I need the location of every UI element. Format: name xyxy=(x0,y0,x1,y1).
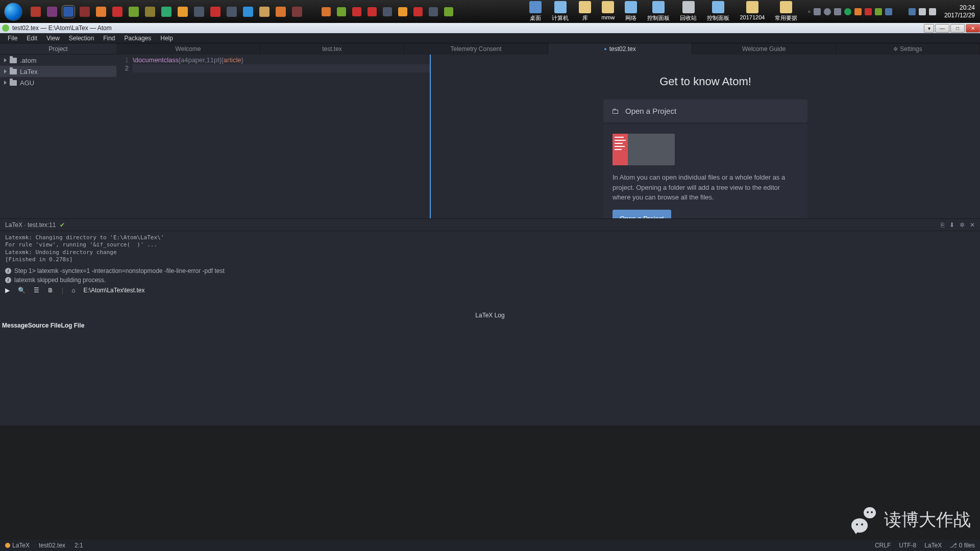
taskbar-app-icon[interactable] xyxy=(145,7,155,17)
tab-welcome[interactable]: Welcome xyxy=(116,43,260,55)
menu-view[interactable]: View xyxy=(42,35,64,42)
status-line-ending[interactable]: CRLF xyxy=(875,542,891,549)
desktop-shortcut[interactable]: 网络 xyxy=(625,1,637,22)
close-icon[interactable]: ✕ xyxy=(970,221,975,229)
tree-item-.atom[interactable]: .atom xyxy=(0,55,116,66)
taskbar-app-icon[interactable] xyxy=(194,7,204,17)
book-icon: 🗀 xyxy=(611,107,619,115)
file-icon[interactable]: 🗎 xyxy=(47,287,54,294)
tree-item-latex[interactable]: LaTex xyxy=(0,66,116,77)
tray-icon[interactable] xyxy=(885,8,892,15)
taskbar-app-icon[interactable] xyxy=(368,7,377,16)
tab-test-tex[interactable]: test.tex xyxy=(260,43,404,55)
status-file[interactable]: test02.tex xyxy=(39,542,65,549)
taskbar-app-icon[interactable] xyxy=(429,7,438,16)
tray-icon[interactable] xyxy=(814,8,821,15)
aux-button[interactable]: ▾ xyxy=(924,24,934,33)
menu-help[interactable]: Help xyxy=(156,35,178,42)
desktop-shortcut[interactable]: mmw xyxy=(601,1,615,22)
taskbar-app-icon[interactable] xyxy=(398,7,407,16)
build-panel: LaTeX · test.tex:11 ✔ ⎘ ⬇ ✲ ✕ Latexmk: C… xyxy=(0,218,980,310)
tab-telemetry-consent[interactable]: Telemetry Consent xyxy=(404,43,548,55)
taskbar-app-icon[interactable] xyxy=(80,7,90,17)
taskbar-app-icon[interactable] xyxy=(210,7,220,17)
download-icon[interactable]: ⬇ xyxy=(949,221,954,229)
welcome-card-body: In Atom you can open individual files or… xyxy=(603,124,807,218)
taskbar-app-icon[interactable] xyxy=(47,7,57,17)
info-icon: i xyxy=(5,268,11,274)
taskbar-app-icon[interactable] xyxy=(227,7,237,17)
desktop-shortcut[interactable]: 桌面 xyxy=(529,1,542,22)
taskbar-app-icon[interactable] xyxy=(31,7,41,17)
tray-icon[interactable] xyxy=(844,8,851,15)
menu-edit[interactable]: Edit xyxy=(22,35,42,42)
tab-test02-tex[interactable]: test02.tex xyxy=(548,43,692,55)
list-icon[interactable]: ☰ xyxy=(34,287,39,294)
taskbar-app-icon[interactable] xyxy=(337,7,346,16)
search-icon[interactable]: 🔍 xyxy=(18,287,26,294)
taskbar-app-icon[interactable] xyxy=(129,7,139,17)
build-step-text: Step 1> latexmk -synctex=1 -interaction=… xyxy=(14,267,225,274)
build-skip: i latexmk skipped building process. xyxy=(0,276,980,285)
start-button[interactable] xyxy=(4,3,22,21)
tab-welcome-guide[interactable]: Welcome Guide xyxy=(692,43,836,55)
taskbar-app-icon[interactable] xyxy=(292,7,302,17)
latex-log-panel: LaTeX Log MessageSource FileLog File xyxy=(0,310,980,425)
quick-launch xyxy=(31,7,453,17)
play-icon[interactable]: ▶ xyxy=(5,287,10,294)
build-toolbar: ▶ 🔍 ☰ 🗎 | ⌂ E:\Atom\LaTex\test.tex xyxy=(0,285,980,296)
desktop-shortcut[interactable]: 20171204 xyxy=(740,1,765,22)
taskbar-app-icon[interactable] xyxy=(352,7,361,16)
taskbar-app-icon[interactable] xyxy=(112,7,122,17)
tray-icon[interactable] xyxy=(854,8,862,15)
desktop-shortcut[interactable]: 常用要据 xyxy=(775,1,797,22)
tray-icon[interactable] xyxy=(865,8,872,15)
welcome-card-open-project[interactable]: 🗀 Open a Project xyxy=(603,99,807,122)
copy-icon[interactable]: ⎘ xyxy=(941,221,944,229)
desktop-shortcut[interactable]: 控制面板 xyxy=(707,1,729,22)
desktop-shortcut[interactable]: 计算机 xyxy=(552,1,569,22)
desktop-shortcut[interactable]: 库 xyxy=(579,1,591,22)
tab-settings[interactable]: ✲Settings xyxy=(836,43,980,55)
close-button[interactable]: ✕ xyxy=(966,24,980,33)
network-icon[interactable] xyxy=(919,8,926,15)
menu-selection[interactable]: Selection xyxy=(64,35,99,42)
menu-file[interactable]: File xyxy=(3,35,22,42)
status-git[interactable]: ⎇ 0 files xyxy=(950,542,975,549)
clock[interactable]: 20:24 2017/12/29 xyxy=(944,4,975,19)
editor-pane[interactable]: 12 \documentclass[a4paper,11pt]{article} xyxy=(116,55,430,218)
code-area[interactable]: \documentclass[a4paper,11pt]{article} xyxy=(133,55,430,218)
build-step: i Step 1> latexmk -synctex=1 -interactio… xyxy=(0,266,980,276)
home-icon[interactable]: ⌂ xyxy=(71,287,75,294)
watermark-text: 读博大作战 xyxy=(884,508,971,532)
taskbar-app-icon[interactable] xyxy=(322,7,331,16)
taskbar-app-icon[interactable] xyxy=(161,7,172,17)
help-icon[interactable] xyxy=(824,8,831,15)
taskbar-app-icon[interactable] xyxy=(178,7,188,17)
taskbar-app-icon[interactable] xyxy=(413,7,423,16)
volume-icon[interactable] xyxy=(929,8,936,15)
taskbar-app-icon[interactable] xyxy=(243,7,253,17)
status-grammar[interactable]: LaTeX xyxy=(924,542,942,549)
desktop-shortcut[interactable]: 控制面板 xyxy=(647,1,670,22)
gear-icon[interactable]: ✲ xyxy=(960,221,965,229)
tray-icon[interactable] xyxy=(875,8,882,15)
status-latex[interactable]: LaTeX xyxy=(5,542,30,549)
taskbar-app-icon[interactable] xyxy=(444,7,453,16)
menu-packages[interactable]: Packages xyxy=(120,35,156,42)
tree-item-agu[interactable]: AGU xyxy=(0,77,116,88)
status-cursor-pos[interactable]: 2:1 xyxy=(75,542,83,549)
tray-icon[interactable] xyxy=(909,8,916,15)
taskbar-app-icon[interactable] xyxy=(259,7,270,17)
tray-icon[interactable] xyxy=(834,8,841,15)
menu-find[interactable]: Find xyxy=(99,35,119,42)
taskbar-app-icon[interactable] xyxy=(383,7,392,16)
taskbar-app-icon[interactable] xyxy=(276,7,286,17)
taskbar-app-icon[interactable] xyxy=(63,7,74,17)
desktop-shortcut[interactable]: 回收站 xyxy=(680,1,697,22)
taskbar-app-icon[interactable] xyxy=(96,7,106,17)
minimize-button[interactable]: — xyxy=(935,24,949,33)
open-project-button[interactable]: Open a Project xyxy=(612,210,671,219)
maximize-button[interactable]: □ xyxy=(950,24,965,33)
status-encoding[interactable]: UTF-8 xyxy=(899,542,916,549)
